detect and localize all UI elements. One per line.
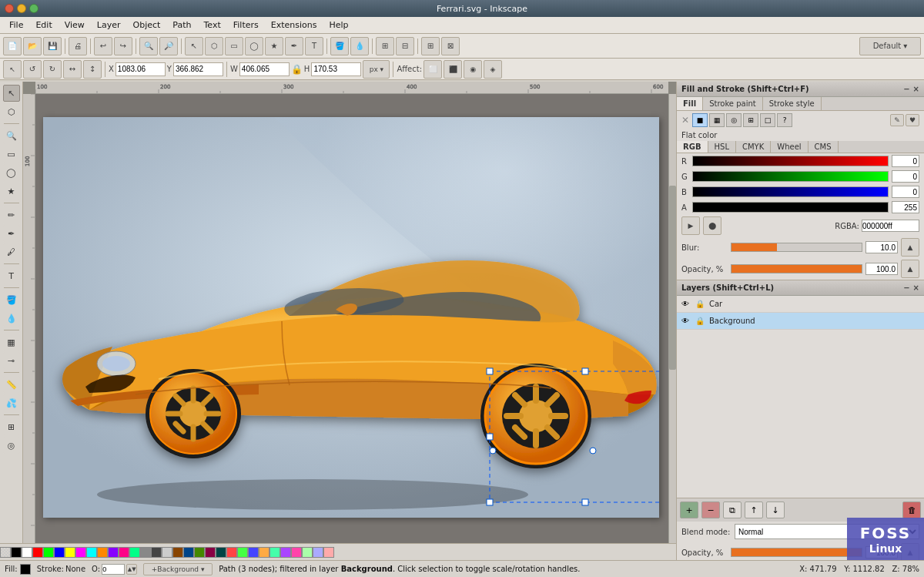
layer-car[interactable]: 👁 🔒 Car [677,296,924,313]
layer-car-lock[interactable]: 🔒 [695,300,706,308]
a-input[interactable] [892,201,919,213]
transform-tool[interactable]: ⊞ [3,418,20,435]
linear-grad-btn[interactable]: ▦ [709,113,725,127]
opacity-input[interactable] [865,263,898,275]
swatch-olive[interactable] [194,547,205,558]
new-button[interactable]: 📄 [3,37,22,55]
close-button[interactable] [5,4,14,13]
distribute-btn[interactable]: ⊠ [441,37,460,55]
fill-none-btn[interactable]: ✕ [681,115,689,126]
menu-edit[interactable]: Edit [29,18,58,32]
affect-btn4[interactable]: ◈ [484,60,502,79]
swatch-lightred[interactable] [226,547,237,558]
text-tool-btn[interactable]: T [305,37,323,55]
layer-select-btn[interactable]: +Background ▾ [143,563,213,575]
view-select[interactable]: Default ▾ [859,37,921,55]
swatch-transparent[interactable] [0,547,11,558]
pencil-tool[interactable]: ✏ [3,206,20,223]
swatch-yellow[interactable] [65,547,75,558]
swatch-teal[interactable] [216,547,226,558]
v-scroll-thumb[interactable] [669,186,676,370]
panel-close-icon[interactable]: × [913,85,919,93]
swatch-hotpink[interactable] [291,547,302,558]
r-slider[interactable] [692,156,889,166]
blur-input[interactable] [865,241,898,253]
print-button[interactable]: 🖨 [69,37,87,55]
fill-tool[interactable]: 🪣 [3,291,20,308]
connector-tool[interactable]: ⊸ [3,352,20,369]
layer-dup-btn[interactable]: ⧉ [723,502,742,518]
swatch-white[interactable] [22,547,32,558]
tab-stroke-style[interactable]: Stroke style [763,97,822,110]
menu-filters[interactable]: Filters [227,18,265,32]
menu-extensions[interactable]: Extensions [265,18,323,32]
fill-edit-btn[interactable]: ✎ [890,114,904,126]
rect-tool[interactable]: ▭ [3,146,20,163]
swatch-magenta[interactable] [75,547,86,558]
swatch-brown[interactable] [172,547,183,558]
y-input[interactable] [173,62,223,76]
affect-btn1[interactable]: ⬜ [424,60,442,79]
layers-close-icon[interactable]: × [913,283,919,292]
canvas-scroll-area[interactable] [35,94,668,554]
b-slider[interactable] [692,186,889,197]
rotate-ccw-btn[interactable]: ↺ [23,60,42,79]
layer-bg-lock[interactable]: 🔒 [695,317,706,325]
swatch-periwinkle[interactable] [313,547,323,558]
swatch-gray50[interactable] [140,547,151,558]
tab-stroke-paint[interactable]: Stroke paint [703,97,763,110]
menu-view[interactable]: View [59,18,91,32]
ungroup-btn[interactable]: ⊟ [396,37,414,55]
layer-up-btn[interactable]: ↑ [745,502,763,518]
swatch-blue[interactable] [54,547,65,558]
opacity-slider[interactable] [731,264,862,273]
swatch-salmon[interactable] [323,547,334,558]
select-tool-btn[interactable]: ↖ [185,37,203,55]
callig-tool[interactable]: 🖋 [3,243,20,260]
affect-btn3[interactable]: ◉ [464,60,482,79]
node-tool-btn[interactable]: ⬡ [205,37,223,55]
flip-h-btn[interactable]: ↔ [63,60,82,79]
pen-tool-btn[interactable]: ✒ [285,37,303,55]
swatch-pink[interactable] [119,547,129,558]
document-canvas[interactable] [43,117,659,518]
panel-min-icon[interactable]: − [903,85,909,93]
swatch-orange[interactable] [97,547,108,558]
dropper-tool[interactable]: ◎ [3,437,20,454]
swatch-maroon[interactable] [205,547,216,558]
spray-tool[interactable]: 💦 [3,394,20,411]
select-all-btn[interactable]: ↖ [3,60,22,79]
flip-v-btn[interactable]: ↕ [83,60,102,79]
layer-bg-eye[interactable]: 👁 [681,317,692,325]
star-tool[interactable]: ★ [3,183,20,200]
g-input[interactable] [892,170,919,183]
text-tool[interactable]: T [3,267,20,284]
tab-fill[interactable]: Fill [677,97,703,110]
affect-btn2[interactable]: ⬛ [444,60,462,79]
radial-grad-btn[interactable]: ◎ [726,113,742,127]
node-tool[interactable]: ⬡ [3,103,20,120]
pen-tool[interactable]: ✒ [3,225,20,242]
rotate-cw-btn[interactable]: ↻ [43,60,62,79]
swatch-lime[interactable] [129,547,140,558]
color-tab-cmyk[interactable]: CMYK [736,141,771,153]
menu-object[interactable]: Object [127,18,167,32]
rect-tool-btn[interactable]: ▭ [225,37,243,55]
h-input[interactable] [311,62,361,76]
layer-delete-btn[interactable]: 🗑 [902,502,921,518]
layer-car-eye[interactable]: 👁 [681,300,692,308]
swatch-palegreen[interactable] [302,547,313,558]
color-play-btn[interactable]: ▶ [681,216,700,235]
swatch-green[interactable] [43,547,54,558]
layer-opacity-slider[interactable] [731,548,862,557]
fill-status-swatch[interactable] [20,564,31,575]
flat-color-btn[interactable]: ■ [692,113,708,127]
canvas-area[interactable]: 100 200 300 400 500 600 [23,82,676,563]
color-tab-cms[interactable]: CMS [808,141,839,153]
swatch-navy[interactable] [183,547,194,558]
color-tab-hsl[interactable]: HSL [708,141,736,153]
zoom-in-button[interactable]: 🔍 [139,37,158,55]
unknown-btn[interactable]: ? [777,113,792,127]
menu-layer[interactable]: Layer [91,18,127,32]
color-tab-wheel[interactable]: Wheel [771,141,808,153]
